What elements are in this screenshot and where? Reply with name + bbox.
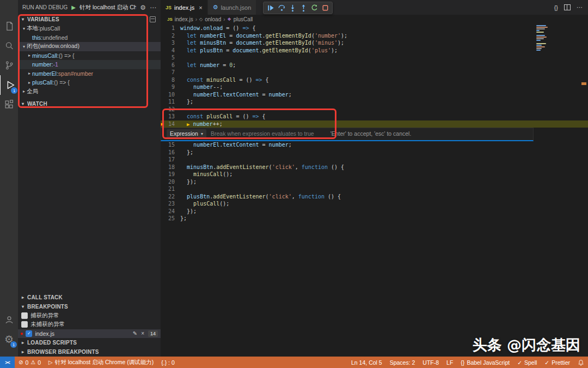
line-number[interactable]: 21 <box>161 185 175 193</box>
chevron-down-icon[interactable]: ▾ <box>21 26 27 31</box>
run-debug-icon[interactable]: 1 <box>0 75 19 95</box>
close-icon[interactable]: × <box>199 4 202 11</box>
breadcrumb-file[interactable]: index.js <box>175 16 193 22</box>
settings-gear-icon[interactable]: ⚙ 1 <box>0 329 18 349</box>
encoding[interactable]: UTF-8 <box>419 359 443 366</box>
chevron-right-icon[interactable]: ▸ <box>27 71 32 76</box>
step-out-icon[interactable] <box>298 3 309 13</box>
code-line[interactable]: 1window.onload = () => { <box>161 25 588 32</box>
editor-scrollbar[interactable] <box>580 23 588 357</box>
chevron-right-icon[interactable]: ▸ <box>27 53 32 58</box>
code-line[interactable]: 9 number--; <box>161 83 588 91</box>
line-number[interactable]: 17 <box>161 156 175 164</box>
minimap[interactable] <box>536 25 551 51</box>
eol-sequence[interactable]: LF <box>443 359 457 366</box>
code-line[interactable]: 24 }); <box>161 208 588 215</box>
stop-icon[interactable] <box>320 3 330 13</box>
loaded-scripts-section-header[interactable]: ▸ LOADED SCRIPTS <box>18 338 161 347</box>
code-line[interactable]: 23 plusCall(); <box>161 200 588 208</box>
code-line[interactable]: 18 minusBtn.addEventListener('click', fu… <box>161 164 588 171</box>
line-number[interactable]: 19 <box>161 171 175 178</box>
code-line[interactable]: 13 const plusCall = () => { <box>161 113 588 120</box>
remote-indicator[interactable]: >< <box>0 357 15 368</box>
line-number[interactable]: 6 <box>161 62 175 69</box>
breakpoint-row[interactable]: 未捕获的异常 <box>18 320 161 329</box>
line-number[interactable]: 22 <box>161 193 175 201</box>
tab-index-js[interactable]: JS index.js × <box>161 0 208 15</box>
spell-status[interactable]: ✓ Spell <box>513 359 541 366</box>
extensions-icon[interactable] <box>0 95 18 114</box>
chevron-right-icon[interactable]: ▸ <box>27 80 32 85</box>
variable-row[interactable]: ▸numberEl: span#number <box>18 69 161 79</box>
variable-row[interactable]: ▾闭包(window.onload) <box>18 42 161 51</box>
chevron-down-icon[interactable]: ▾ <box>21 44 27 49</box>
continue-icon[interactable] <box>265 3 276 13</box>
line-number[interactable]: 15 <box>161 141 175 149</box>
code-line[interactable]: 17 <box>161 156 588 164</box>
breakpoint-row[interactable]: 捕获的异常 <box>18 311 161 321</box>
remove-breakpoint-icon[interactable]: × <box>141 330 144 336</box>
metrics-status[interactable]: {.} : 0 <box>157 359 179 366</box>
line-number[interactable]: 7 <box>161 69 175 76</box>
variable-row[interactable]: ▾本地: plusCall <box>18 24 161 33</box>
code-line[interactable]: 7 <box>161 69 588 76</box>
line-number[interactable]: 18 <box>161 164 175 171</box>
more-actions-icon[interactable]: ⋯ <box>150 4 156 11</box>
cursor-position[interactable]: Ln 14, Col 5 <box>347 359 386 366</box>
code-line[interactable]: 11 }; <box>161 98 588 106</box>
browser-breakpoints-section-header[interactable]: ▸ BROWSER BREAKPOINTS <box>18 347 161 357</box>
code-line[interactable]: 15 numberEl.textContent = number; <box>161 141 588 149</box>
variable-row[interactable]: ▸全局 <box>18 87 161 96</box>
line-number[interactable]: 10 <box>161 91 175 99</box>
indentation[interactable]: Spaces: 2 <box>386 359 419 366</box>
line-number[interactable]: 4 <box>161 47 175 55</box>
restart-icon[interactable] <box>309 3 320 13</box>
condition-mode-select[interactable]: Expression ▾ <box>167 129 206 139</box>
collapse-all-icon[interactable] <box>150 16 156 22</box>
problems-status[interactable]: ⊘ 0 ⚠ 0 <box>15 359 45 366</box>
more-actions-icon[interactable]: ⋯ <box>577 4 583 11</box>
code-editor[interactable]: 1window.onload = () => {2 let numberEl =… <box>161 23 588 357</box>
code-line[interactable]: 3 let minusBtn = document.getElementById… <box>161 39 588 47</box>
breakpoint-checkbox[interactable] <box>21 312 28 319</box>
code-line[interactable]: 8 const minusCall = () => { <box>161 76 588 84</box>
start-debug-icon[interactable]: ▶ <box>71 4 76 10</box>
line-number[interactable]: 8 <box>161 76 175 84</box>
line-number[interactable]: 2 <box>161 32 175 40</box>
code-line[interactable]: 21 <box>161 185 588 193</box>
debug-config-dropdown[interactable]: 针对 localhost 启动 Ch ▾ <box>79 4 136 11</box>
breakpoint-row[interactable]: ●✓index.js✎×14 <box>18 329 161 339</box>
breakpoint-checkbox[interactable] <box>21 321 28 328</box>
code-line[interactable]: 16 }; <box>161 149 588 156</box>
line-number[interactable]: 14●▶ <box>161 120 175 128</box>
breadcrumb-symbol-onload[interactable]: onload <box>205 16 221 22</box>
language-mode[interactable]: {} Babel JavaScript <box>457 359 513 366</box>
edit-breakpoint-icon[interactable]: ✎ <box>133 330 137 336</box>
condition-input[interactable]: Break when expression evaluates to true <box>211 130 314 138</box>
line-number[interactable]: 3 <box>161 39 175 47</box>
line-number[interactable]: 12 <box>161 106 175 113</box>
breakpoint-checkbox[interactable]: ✓ <box>26 330 32 337</box>
account-icon[interactable] <box>0 310 18 329</box>
split-editor-icon[interactable] <box>564 4 571 10</box>
code-line[interactable]: 25}; <box>161 215 588 222</box>
line-number[interactable]: 13 <box>161 113 175 120</box>
line-number[interactable]: 20 <box>161 178 175 186</box>
code-line[interactable]: 20 }); <box>161 178 588 186</box>
explorer-icon[interactable] <box>0 16 18 36</box>
variable-row[interactable]: ▸minusCall: () => { <box>18 51 161 61</box>
code-line[interactable]: 14●▶ ▶ number++; <box>161 120 588 128</box>
source-control-icon[interactable] <box>0 56 18 75</box>
watch-section-header[interactable]: ▾ WATCH <box>18 99 161 108</box>
chevron-right-icon[interactable]: ▸ <box>21 89 27 94</box>
variable-row[interactable]: this: undefined <box>18 33 161 43</box>
debug-target-status[interactable]: ▷ 针对 localhost 启动 Chrome (调试能力) <box>45 359 157 366</box>
notifications-bell-icon[interactable] <box>574 359 588 366</box>
breadcrumb[interactable]: JS index.js › ◇ onload › ❖ plusCall <box>161 15 588 23</box>
call-stack-section-header[interactable]: ▸ CALL STACK <box>18 293 161 302</box>
line-number[interactable]: 25 <box>161 215 175 222</box>
line-number[interactable]: 9 <box>161 83 175 91</box>
breakpoints-section-header[interactable]: ▾ BREAKPOINTS <box>18 302 161 311</box>
breadcrumb-symbol-pluscall[interactable]: plusCall <box>234 16 253 22</box>
code-line[interactable]: 19 minusCall(); <box>161 171 588 178</box>
